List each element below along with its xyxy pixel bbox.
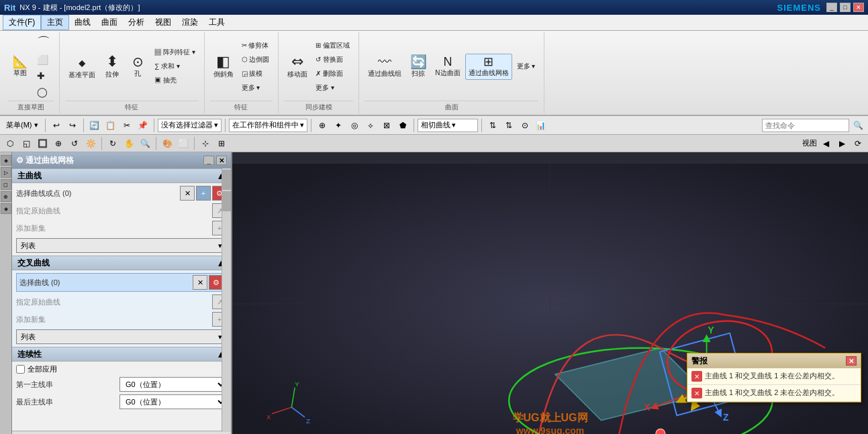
close-button[interactable]: ✕: [853, 3, 864, 12]
btn-trim-body[interactable]: ✂ 修剪体: [238, 39, 273, 52]
warning-close-btn[interactable]: ✕: [846, 356, 857, 366]
filter-dropdown[interactable]: 没有选择过滤器 ▾: [158, 119, 222, 132]
menu-curve[interactable]: 曲线: [69, 15, 96, 30]
btn-more-sync[interactable]: 更多 ▾: [312, 81, 353, 95]
btn-through-mesh[interactable]: ⊞ 通过曲线网格: [465, 54, 512, 80]
tb-snap6[interactable]: ⬟: [395, 118, 410, 133]
tb-extra2[interactable]: ⇅: [501, 118, 516, 133]
zoom-btn[interactable]: 🔍: [138, 136, 152, 151]
app-title: NX 9 - 建模 - [model2.prt（修改的）]: [19, 3, 140, 13]
btn-circle[interactable]: ◯: [34, 85, 54, 99]
tb-snap5[interactable]: ⊠: [379, 118, 394, 133]
orient-btn[interactable]: ⟳: [851, 136, 865, 151]
apply-all-checkbox[interactable]: [16, 365, 25, 374]
menu-btn[interactable]: 菜单(M) ▾: [3, 118, 42, 133]
tb-snap4[interactable]: ⟡: [363, 118, 378, 133]
btn-through-curves[interactable]: 〰 通过曲线组: [365, 53, 405, 80]
btn-move-face[interactable]: ⇔ 移动面: [284, 52, 311, 81]
tb-extra1[interactable]: ⇅: [485, 118, 500, 133]
btn-hole[interactable]: ⊙ 孔: [126, 53, 150, 80]
tb-snap2[interactable]: ✦: [331, 118, 346, 133]
btn-more-surface[interactable]: 更多 ▾: [514, 60, 539, 73]
btn-replace-face[interactable]: ↺ 替换面: [312, 53, 353, 66]
view-prev[interactable]: ◀: [818, 136, 833, 151]
search-input[interactable]: [762, 119, 849, 132]
warning-row-2: ✕ 主曲线 1 和交叉曲线 2 未在公差内相交。: [687, 385, 861, 402]
btn-edge-blend[interactable]: ⬡ 边倒圆: [238, 53, 273, 66]
view-btn4[interactable]: ⊕: [51, 136, 66, 151]
btn-array[interactable]: ▦ 阵列特征 ▾: [151, 46, 199, 59]
view-btn6[interactable]: 🔆: [83, 136, 98, 151]
clear-select-cross[interactable]: ✕: [193, 275, 207, 290]
view-btn2[interactable]: ◱: [19, 136, 34, 151]
canvas-area[interactable]: X Y Z 交叉: [232, 152, 868, 434]
tb-btn4[interactable]: 📌: [136, 118, 150, 133]
btn-draft[interactable]: ◲ 拔模: [238, 67, 273, 80]
minimize-button[interactable]: _: [826, 3, 837, 12]
section-header-continuity[interactable]: 连续性 ▲: [12, 347, 231, 362]
view-btn3[interactable]: 🔲: [35, 136, 50, 151]
curve-type-dropdown[interactable]: 相切曲线 ▾: [418, 119, 478, 132]
menu-home[interactable]: 主页: [41, 15, 69, 30]
tb-btn3[interactable]: ✂: [119, 118, 134, 133]
tb-btn1[interactable]: 🔄: [87, 118, 102, 133]
scope-dropdown[interactable]: 在工作部件和组件中 ▾: [229, 119, 307, 132]
shading-btn[interactable]: 🎨: [160, 136, 175, 151]
btn-delete-face[interactable]: ✗ 删除面: [312, 67, 353, 80]
side-icon-1[interactable]: ◈: [1, 155, 11, 166]
undo-btn[interactable]: ↩: [49, 118, 64, 133]
btn-sweep[interactable]: 🔄 扫掠: [406, 53, 430, 80]
side-icon-2[interactable]: ▷: [1, 167, 11, 178]
svg-text:Z: Z: [306, 417, 310, 425]
menu-view[interactable]: 视图: [150, 15, 177, 30]
btn-line[interactable]: ⌒: [34, 34, 54, 51]
side-icon-4[interactable]: ⊕: [1, 191, 11, 202]
menu-analysis[interactable]: 分析: [123, 15, 150, 30]
btn-rect[interactable]: ⬜: [34, 52, 54, 67]
tb-snap3[interactable]: ◎: [347, 118, 362, 133]
btn-extrude[interactable]: ⬍ 拉伸: [100, 52, 124, 81]
panel-scrollbar[interactable]: [222, 168, 231, 432]
wireframe-btn[interactable]: ⬜: [176, 136, 191, 151]
menu-tools[interactable]: 工具: [203, 15, 230, 30]
clear-select-main[interactable]: ✕: [180, 186, 195, 201]
list-dropdown-cross[interactable]: 列表▾: [16, 329, 227, 344]
view-next[interactable]: ▶: [834, 136, 849, 151]
list-dropdown-main[interactable]: 列表▾: [16, 238, 227, 253]
btn-offset-region[interactable]: ⊞ 偏置区域: [312, 39, 353, 52]
btn-union[interactable]: ∑ 求和 ▾: [151, 60, 199, 73]
btn-n-side[interactable]: N N边曲面: [432, 54, 463, 80]
btn-more-feature[interactable]: 更多 ▾: [238, 81, 273, 95]
search-btn[interactable]: 🔍: [851, 118, 865, 133]
filter-select-main[interactable]: +: [196, 186, 211, 201]
menu-render[interactable]: 渲染: [177, 15, 203, 30]
group-label-sync: 同步建模: [284, 101, 353, 112]
btn-datum-plane[interactable]: ⬥ 基准平面: [65, 52, 99, 82]
first-main-select[interactable]: G0（位置） G1（相切） G2（曲率）: [119, 377, 227, 392]
redo-btn[interactable]: ↪: [65, 118, 80, 133]
tb-snap1[interactable]: ⊕: [315, 118, 330, 133]
menu-surface[interactable]: 曲面: [96, 15, 123, 30]
grid-btn[interactable]: ⊞: [214, 136, 229, 151]
view-btn5[interactable]: ↺: [67, 136, 82, 151]
panel-minimize-btn[interactable]: _: [203, 156, 214, 165]
tb-extra3[interactable]: ⊙: [518, 118, 532, 133]
tb-btn2[interactable]: 📋: [103, 118, 118, 133]
btn-sketch[interactable]: 📐 草图: [8, 54, 32, 80]
btn-shell[interactable]: ▣ 抽壳: [151, 74, 199, 87]
btn-cross[interactable]: ✚: [34, 68, 54, 83]
btn-chamfer[interactable]: ◧ 倒斜角: [210, 52, 237, 81]
section-header-main-curves[interactable]: 主曲线 ▲: [12, 168, 231, 183]
rotate-btn[interactable]: ↻: [105, 136, 120, 151]
tb-extra4[interactable]: 📊: [534, 118, 548, 133]
view-btn1[interactable]: ⬡: [3, 136, 17, 151]
last-main-select[interactable]: G0（位置） G1（相切） G2（曲率）: [119, 394, 227, 409]
coord-btn[interactable]: ⊹: [198, 136, 213, 151]
pan-btn[interactable]: ✋: [122, 136, 136, 151]
maximize-button[interactable]: □: [840, 3, 851, 12]
menu-file[interactable]: 文件(F): [3, 15, 41, 30]
section-header-cross-curves[interactable]: 交叉曲线 ▲: [12, 256, 231, 270]
side-icon-5[interactable]: ◈: [1, 203, 11, 214]
panel-close-btn[interactable]: ✕: [216, 156, 227, 165]
side-icon-3[interactable]: ◻: [1, 179, 11, 190]
